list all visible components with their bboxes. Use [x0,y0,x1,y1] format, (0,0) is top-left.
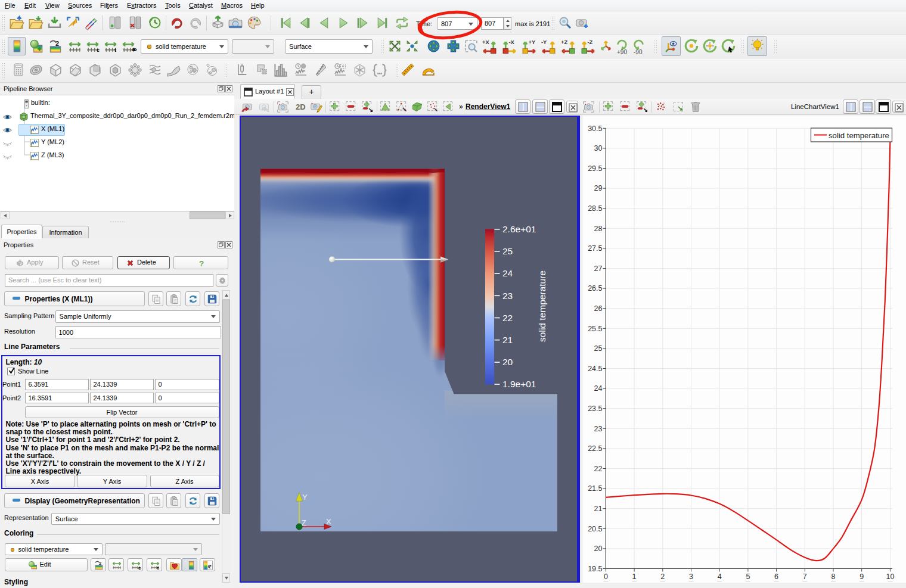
svg-text:0: 0 [604,573,608,581]
svg-text:22.5: 22.5 [588,444,602,453]
svg-text:solid temperature: solid temperature [537,270,547,342]
svg-text:28.5: 28.5 [588,204,602,213]
svg-text:25.5: 25.5 [588,325,602,333]
svg-text:2.6e+01: 2.6e+01 [502,224,536,234]
svg-text:1.9e+01: 1.9e+01 [502,379,536,389]
svg-text:21: 21 [594,505,603,513]
svg-text:25: 25 [594,344,603,353]
svg-text:X: X [326,517,331,526]
svg-text:3: 3 [689,573,693,581]
svg-text:24: 24 [502,268,513,278]
svg-text:20: 20 [502,357,513,367]
svg-text:21.5: 21.5 [588,484,602,493]
svg-text:1: 1 [632,573,637,581]
svg-text:solid temperature: solid temperature [829,131,889,140]
svg-text:8: 8 [831,573,836,581]
svg-text:26.5: 26.5 [588,284,602,293]
svg-text:20.5: 20.5 [588,525,602,533]
svg-text:6: 6 [774,573,778,581]
svg-text:25: 25 [502,246,513,256]
svg-text:24.5: 24.5 [588,365,602,373]
svg-text:23: 23 [502,291,513,301]
svg-text:2: 2 [660,573,665,581]
svg-text:10: 10 [886,573,894,581]
svg-text:22: 22 [502,313,513,323]
svg-text:27.5: 27.5 [588,244,602,253]
svg-text:29: 29 [594,184,603,192]
svg-text:Z: Z [302,518,306,527]
svg-text:7: 7 [803,573,807,581]
svg-text:28: 28 [594,225,603,233]
svg-text:30.5: 30.5 [588,125,602,133]
svg-text:30: 30 [594,144,603,153]
svg-text:24: 24 [594,384,603,393]
svg-text:Y: Y [302,493,308,502]
svg-text:4: 4 [718,573,722,581]
svg-text:23: 23 [594,425,603,433]
svg-text:22: 22 [594,465,603,473]
svg-text:20: 20 [594,545,603,553]
svg-text:29.5: 29.5 [588,164,602,173]
svg-text:26: 26 [594,304,603,313]
svg-text:23.5: 23.5 [588,405,602,413]
svg-text:27: 27 [594,265,603,273]
svg-text:5: 5 [746,573,750,581]
svg-text:21: 21 [502,335,513,345]
svg-text:19.5: 19.5 [588,565,602,573]
svg-text:9: 9 [860,573,864,581]
